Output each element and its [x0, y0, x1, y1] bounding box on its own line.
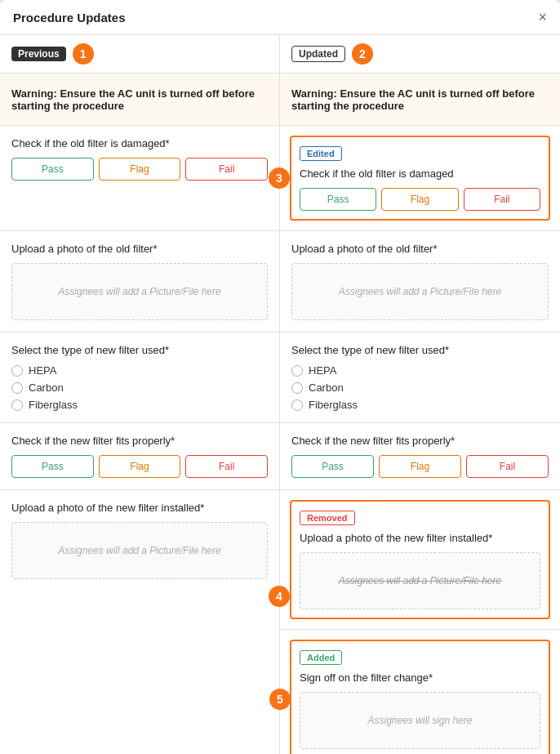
updated-col-header: Updated 2 — [280, 35, 560, 73]
prev-badge: Previous — [11, 47, 66, 61]
prev-radio-hepa: HEPA — [11, 364, 268, 377]
updated-signoff-added: Added Sign off on the filter change* Ass… — [280, 630, 560, 754]
section-old-filter-damage: Check if the old filter is damaged* Pass… — [0, 126, 560, 231]
edited-highlight: Edited Check if the old filter is damage… — [290, 136, 550, 221]
updated-old-photo-box: Assignees will add a Picture/File here — [291, 263, 549, 320]
updated-new-filter-fit: Check if the new filter fits properly* P… — [280, 423, 560, 490]
prev-new-photo-label: Upload a photo of the new filter install… — [11, 502, 204, 514]
warning-row: Warning: Ensure the AC unit is turned of… — [0, 74, 560, 126]
removed-highlight: Removed Upload a photo of the new filter… — [290, 500, 550, 619]
prev-filter-type: Select the type of new filter used* HEPA… — [0, 332, 280, 423]
removed-new-photo-box: Assignees will add a Picture/File here — [300, 552, 540, 609]
prev-old-photo-box: Assignees will add a Picture/File here — [11, 263, 268, 320]
prev-col-header: Previous 1 — [0, 35, 280, 73]
updated-old-photo-placeholder: Assignees will add a Picture/File here — [339, 286, 501, 297]
step-2-circle: 2 — [352, 43, 373, 65]
step-4-circle: 4 — [269, 586, 290, 607]
procedure-updates-modal: Procedure Updates × Previous 1 Updated 2… — [0, 0, 560, 754]
prev-new-filter-fit: Check if the new filter fits properly* P… — [0, 423, 280, 490]
prev-radio-fiberglass: Fiberglass — [11, 399, 268, 411]
prev-fit-pass-btn[interactable]: Pass — [11, 455, 94, 478]
prev-warning-text: Warning: Ensure the AC unit is turned of… — [11, 87, 268, 112]
updated-filter-type-radios: HEPA Carbon Fiberglass — [291, 364, 549, 411]
sign-box: Assignees will sign here — [300, 692, 540, 749]
updated-old-filter-damage: Edited Check if the old filter is damage… — [280, 126, 560, 231]
prev-new-filter-photo: Upload a photo of the new filter install… — [0, 490, 280, 754]
updated-new-filter-fit-buttons: Pass Flag Fail — [291, 455, 549, 478]
edited-badge: Edited — [300, 146, 342, 161]
close-button[interactable]: × — [538, 10, 547, 25]
updated-fit-fail-btn[interactable]: Fail — [466, 455, 549, 478]
updated-radio-carbon: Carbon — [291, 381, 549, 394]
prev-new-photo-placeholder: Assignees will add a Picture/File here — [58, 545, 220, 556]
updated-badge: Updated — [291, 46, 345, 62]
prev-new-filter-fit-label: Check if the new filter fits properly* — [11, 435, 175, 447]
prev-radio-carbon: Carbon — [11, 381, 268, 394]
section-new-filter-photo-and-signoff: Upload a photo of the new filter install… — [0, 490, 560, 754]
prev-filter-damage-buttons: Pass Flag Fail — [11, 158, 268, 181]
updated-pass-btn[interactable]: Pass — [300, 188, 376, 211]
step-3-circle: 3 — [269, 167, 290, 189]
step-1-circle: 1 — [73, 43, 94, 65]
prev-filter-damage-label: Check if the old filter is damaged* — [11, 137, 170, 149]
updated-flag-btn[interactable]: Flag — [381, 188, 458, 211]
section-old-filter-photo: Upload a photo of the old filter* Assign… — [0, 231, 560, 332]
prev-new-filter-fit-buttons: Pass Flag Fail — [11, 455, 268, 478]
section-new-filter-fit: Check if the new filter fits properly* P… — [0, 423, 560, 490]
updated-filter-type-label: Select the type of new filter used* — [291, 344, 449, 356]
section-filter-type: Select the type of new filter used* HEPA… — [0, 332, 560, 423]
modal-header: Procedure Updates × — [0, 0, 560, 35]
sign-placeholder: Assignees will sign here — [367, 715, 472, 726]
prev-fail-btn[interactable]: Fail — [185, 158, 268, 181]
updated-new-filter-photo-removed: Removed Upload a photo of the new filter… — [280, 490, 560, 630]
updated-fit-flag-btn[interactable]: Flag — [379, 455, 461, 478]
columns-header: Previous 1 Updated 2 — [0, 35, 560, 74]
prev-filter-type-label: Select the type of new filter used* — [11, 344, 169, 356]
updated-filter-damage-buttons: Pass Flag Fail — [300, 188, 540, 211]
prev-pass-btn[interactable]: Pass — [11, 158, 94, 181]
added-highlight: Added Sign off on the filter change* Ass… — [290, 640, 550, 754]
prev-old-filter-photo: Upload a photo of the old filter* Assign… — [0, 231, 280, 332]
updated-old-photo-label: Upload a photo of the old filter* — [291, 243, 438, 255]
prev-flag-btn[interactable]: Flag — [99, 158, 181, 181]
updated-new-filter-fit-label: Check if the new filter fits properly* — [291, 435, 455, 447]
removed-new-photo-label: Upload a photo of the new filter install… — [300, 532, 492, 544]
modal-title: Procedure Updates — [13, 11, 126, 25]
updated-fit-pass-btn[interactable]: Pass — [291, 455, 374, 478]
updated-old-filter-photo: Upload a photo of the old filter* Assign… — [280, 231, 560, 332]
step-5-circle: 5 — [269, 689, 291, 710]
updated-warning-text: Warning: Ensure the AC unit is turned of… — [291, 87, 549, 112]
updated-radio-fiberglass: Fiberglass — [291, 399, 549, 411]
removed-new-photo-placeholder: Assignees will add a Picture/File here — [339, 575, 501, 587]
prev-old-photo-label: Upload a photo of the old filter* — [11, 243, 158, 255]
prev-new-photo-box: Assignees will add a Picture/File here — [11, 522, 268, 579]
added-badge: Added — [300, 650, 342, 665]
prev-old-photo-placeholder: Assignees will add a Picture/File here — [58, 286, 220, 297]
signoff-label: Sign off on the filter change — [300, 671, 429, 684]
updated-filter-damage-label: Check if the old filter is damaged — [300, 167, 454, 180]
updated-right-col-last: Removed Upload a photo of the new filter… — [280, 490, 560, 754]
updated-filter-type: Select the type of new filter used* HEPA… — [280, 332, 560, 423]
updated-radio-hepa: HEPA — [291, 364, 549, 377]
prev-warning: Warning: Ensure the AC unit is turned of… — [0, 74, 280, 126]
updated-fail-btn[interactable]: Fail — [464, 188, 540, 211]
prev-old-filter-damage: Check if the old filter is damaged* Pass… — [0, 126, 280, 231]
prev-fit-fail-btn[interactable]: Fail — [185, 455, 268, 478]
prev-filter-type-radios: HEPA Carbon Fiberglass — [11, 364, 268, 411]
removed-badge: Removed — [300, 511, 355, 525]
updated-warning: Warning: Ensure the AC unit is turned of… — [280, 74, 560, 126]
prev-fit-flag-btn[interactable]: Flag — [99, 455, 181, 478]
